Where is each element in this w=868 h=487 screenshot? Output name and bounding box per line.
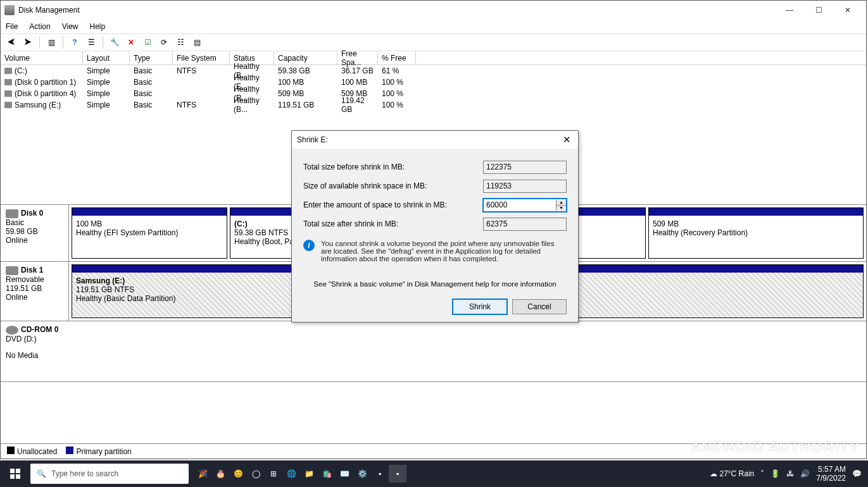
- shrink-amount-label: Enter the amount of space to shrink in M…: [303, 200, 483, 209]
- cd-icon: [6, 326, 18, 335]
- available-space-label: Size of available shrink space in MB:: [303, 182, 483, 190]
- legend-unallocated-swatch: [7, 447, 15, 454]
- windows-logo-icon: [10, 469, 20, 479]
- action-icon[interactable]: 🔧: [108, 35, 122, 49]
- refresh-icon[interactable]: ⟳: [157, 35, 171, 49]
- tb-emoji-1[interactable]: 🎉: [194, 465, 211, 483]
- info-icon: i: [303, 240, 315, 251]
- delete-icon[interactable]: ✕: [124, 35, 138, 49]
- tray-network-icon[interactable]: 🖧: [786, 469, 794, 478]
- menubar: File Action View Help: [1, 20, 866, 34]
- col-type[interactable]: Type: [130, 51, 173, 65]
- properties-icon[interactable]: ☷: [173, 35, 187, 49]
- tb-taskview-icon[interactable]: ⊞: [265, 465, 282, 483]
- tray-volume-icon[interactable]: 🔊: [800, 469, 810, 478]
- minimize-button[interactable]: —: [775, 1, 804, 20]
- maximize-button[interactable]: ☐: [804, 1, 833, 20]
- tray-chevron-icon[interactable]: ˄: [760, 469, 764, 478]
- help-text: See "Shrink a basic volume" in Disk Mana…: [303, 280, 567, 288]
- shrink-dialog: Shrink E: ✕ Total size before shrink in …: [291, 130, 579, 323]
- disk0-label[interactable]: Disk 0 Basic 59.98 GB Online: [1, 205, 69, 261]
- watermark: ANDROID AUTHORITY: [691, 439, 860, 455]
- search-placeholder: Type here to search: [51, 469, 118, 478]
- back-icon[interactable]: ⮜: [4, 35, 18, 49]
- volume-row[interactable]: (Disk 0 partition 4)SimpleBasicHealthy (…: [1, 88, 866, 99]
- tray-clock[interactable]: 5:57 AM 7/9/2022: [816, 465, 846, 483]
- tb-settings-icon[interactable]: ⚙️: [353, 465, 371, 483]
- total-before-label: Total size before shrink in MB:: [303, 163, 483, 171]
- volume-row[interactable]: (C:)SimpleBasicNTFSHealthy (B...59.38 GB…: [1, 65, 866, 77]
- help-icon[interactable]: ?: [68, 35, 82, 49]
- tb-mail-icon[interactable]: ✉️: [336, 465, 353, 483]
- disk0-part1[interactable]: 100 MB Healthy (EFI System Partition): [72, 207, 227, 259]
- list-icon[interactable]: ☰: [84, 35, 98, 49]
- volume-row[interactable]: Samsung (E:)SimpleBasicNTFSHealthy (B...…: [1, 99, 866, 111]
- total-after-field: 62375: [483, 218, 567, 231]
- col-filesystem[interactable]: File System: [173, 51, 230, 65]
- cdrom-label[interactable]: CD-ROM 0 DVD (D:) No Media: [1, 321, 69, 381]
- shrink-button[interactable]: Shrink: [453, 299, 507, 314]
- weather-widget[interactable]: ☁ 27°C Rain: [710, 469, 754, 478]
- search-box[interactable]: 🔍 Type here to search: [30, 464, 189, 484]
- tb-store-icon[interactable]: 🛍️: [318, 465, 336, 483]
- col-pctfree[interactable]: % Free: [378, 51, 416, 65]
- total-before-field: 122375: [483, 161, 567, 174]
- tray-battery-icon[interactable]: 🔋: [771, 469, 780, 478]
- menu-action[interactable]: Action: [29, 22, 50, 31]
- menu-file[interactable]: File: [6, 22, 18, 31]
- menu-help[interactable]: Help: [90, 22, 106, 31]
- cancel-button[interactable]: Cancel: [512, 299, 567, 314]
- tb-cortana-icon[interactable]: ◯: [247, 465, 265, 483]
- menu-view[interactable]: View: [62, 22, 79, 31]
- dialog-close-button[interactable]: ✕: [560, 134, 573, 145]
- col-layout[interactable]: Layout: [83, 51, 130, 65]
- panel-icon[interactable]: ▥: [44, 35, 58, 49]
- col-free[interactable]: Free Spa...: [337, 51, 378, 65]
- amount-spinner[interactable]: ▲▼: [556, 200, 566, 211]
- window-title: Disk Management: [18, 6, 775, 15]
- dialog-title: Shrink E:: [297, 135, 328, 144]
- available-space-field: 119253: [483, 180, 567, 193]
- tb-explorer-icon[interactable]: 📁: [300, 465, 318, 483]
- close-button[interactable]: ✕: [833, 1, 862, 20]
- disk0-part3[interactable]: 509 MB Healthy (Recovery Partition): [648, 207, 864, 259]
- titlebar[interactable]: Disk Management — ☐ ✕: [1, 1, 866, 20]
- tb-app1-icon[interactable]: ▪: [371, 465, 389, 483]
- shrink-amount-input[interactable]: 60000 ▲▼: [483, 199, 567, 212]
- info-text: You cannot shrink a volume beyond the po…: [321, 240, 567, 262]
- forward-icon[interactable]: ⮞: [21, 35, 35, 49]
- col-capacity[interactable]: Capacity: [274, 51, 337, 65]
- volume-row[interactable]: (Disk 0 partition 1)SimpleBasicHealthy (…: [1, 77, 866, 88]
- total-after-label: Total size after shrink in MB:: [303, 219, 483, 228]
- search-icon: 🔍: [37, 469, 46, 478]
- app-icon: [4, 5, 15, 15]
- legend-primary-swatch: [66, 447, 73, 454]
- disk-row-cdrom: CD-ROM 0 DVD (D:) No Media: [1, 321, 866, 382]
- tb-diskmgmt-icon[interactable]: ▪: [389, 465, 406, 483]
- disk-icon: [6, 266, 18, 275]
- check-icon[interactable]: ☑: [141, 35, 154, 49]
- disk-icon: [6, 209, 18, 218]
- tb-edge-icon[interactable]: 🌐: [282, 465, 300, 483]
- disk1-label[interactable]: Disk 1 Removable 119.51 GB Online: [1, 262, 69, 321]
- toolbar: ⮜ ⮞ ▥ ? ☰ 🔧 ✕ ☑ ⟳ ☷ ▤: [1, 34, 866, 51]
- tray-notifications-icon[interactable]: 💬: [852, 469, 862, 478]
- taskbar: 🔍 Type here to search 🎉 🎂 😊 ◯ ⊞ 🌐 📁 🛍️ ✉…: [0, 460, 868, 487]
- tb-emoji-3[interactable]: 😊: [229, 465, 247, 483]
- start-button[interactable]: [0, 460, 30, 487]
- tb-emoji-2[interactable]: 🎂: [211, 465, 229, 483]
- settings-icon[interactable]: ▤: [190, 35, 204, 49]
- col-volume[interactable]: Volume: [1, 51, 83, 65]
